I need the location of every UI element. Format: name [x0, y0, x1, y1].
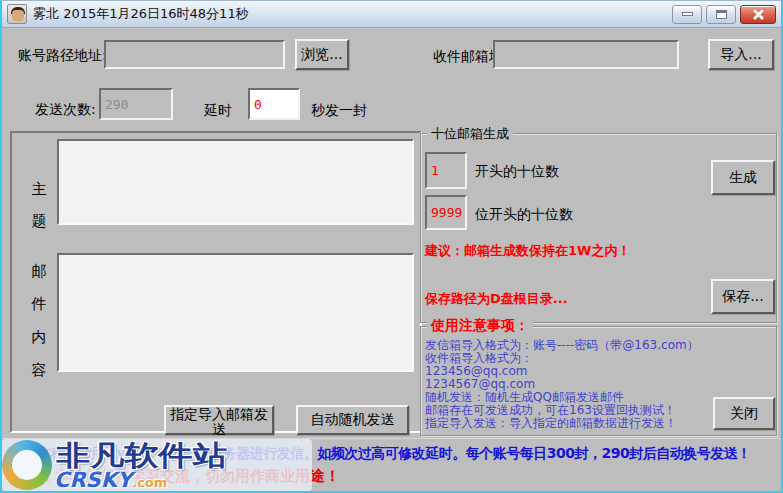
- import-button[interactable]: 导入...: [708, 39, 774, 70]
- start-digits-label: 开头的十位数: [475, 163, 559, 181]
- titlebar[interactable]: 雾北 2015年1月26日16时48分11秒: [2, 1, 781, 28]
- watermark-domain: CRSKY.com: [54, 468, 167, 492]
- footer-notice-band: 注：本程序使用www.163.com服务器进行发信。如频次过高可修改延时。每个账…: [2, 438, 781, 490]
- minimize-button[interactable]: [672, 5, 702, 24]
- end-digits-label: 位开头的十位数: [475, 206, 573, 224]
- send-count-input[interactable]: [99, 88, 173, 120]
- generator-groupbox: 十位邮箱生成 开头的十位数 生成 位开头的十位数 建议：邮箱生成数保持在1W之内…: [420, 133, 777, 323]
- crsky-watermark: 非凡软件站 CRSKY.com: [2, 439, 312, 491]
- delay-input[interactable]: [248, 88, 300, 120]
- account-path-input[interactable]: [104, 40, 285, 69]
- minimize-icon: [682, 12, 693, 16]
- maximize-button[interactable]: [706, 5, 736, 24]
- subject-textarea[interactable]: [57, 139, 414, 225]
- delay-suffix-label: 秒发一封: [311, 102, 367, 120]
- close-icon: [752, 8, 765, 21]
- start-digits-input[interactable]: [425, 152, 467, 189]
- usage-notes-group-title: 使用注意事项：: [427, 317, 533, 335]
- subject-label: 主题: [30, 173, 48, 237]
- watermark-domain-name: CRSKY: [54, 468, 132, 492]
- generation-limit-hint: 建议：邮箱生成数保持在1W之内！: [425, 242, 630, 260]
- send-imported-button[interactable]: 指定导入邮箱发送: [164, 405, 274, 435]
- window-title: 雾北 2015年1月26日16时48分11秒: [33, 5, 249, 23]
- account-path-label: 账号路径地址:: [18, 47, 107, 65]
- close-button[interactable]: 关闭: [713, 397, 775, 430]
- window-controls: [672, 5, 776, 24]
- body-label: 邮件内容: [30, 255, 48, 387]
- save-button[interactable]: 保存...: [711, 279, 775, 314]
- maximize-icon: [716, 10, 727, 19]
- send-random-button[interactable]: 自动随机发送: [296, 405, 409, 435]
- browse-button[interactable]: 浏览...: [295, 39, 349, 70]
- body-textarea[interactable]: [57, 253, 414, 372]
- save-path-hint: 保存路径为D盘根目录...: [425, 290, 568, 308]
- usage-notes-groupbox: 使用注意事项： 发信箱导入格式为：账号----密码（带@163.com） 收件箱…: [420, 326, 777, 436]
- end-digits-input[interactable]: [425, 195, 467, 230]
- app-icon: [7, 4, 27, 24]
- recipient-address-input[interactable]: [493, 40, 679, 69]
- generator-group-title: 十位邮箱生成: [427, 125, 513, 143]
- send-count-label: 发送次数:: [35, 101, 96, 119]
- usage-note-line: 指定导入发送：导入指定的邮箱数据进行发送！: [425, 417, 699, 430]
- generate-button[interactable]: 生成: [711, 160, 775, 195]
- crsky-swirl-logo-icon: [2, 440, 52, 490]
- app-window: 雾北 2015年1月26日16时48分11秒 账号路径地址: 浏览... 收件邮…: [0, 0, 783, 493]
- close-window-button[interactable]: [740, 5, 776, 24]
- compose-panel: 主题 邮件内容 指定导入邮箱发送 自动随机发送: [10, 131, 422, 433]
- usage-notes-list: 发信箱导入格式为：账号----密码（带@163.com） 收件箱导入格式为： 1…: [425, 339, 699, 430]
- delay-label: 延时: [204, 102, 232, 120]
- watermark-domain-tld: .com: [132, 475, 167, 490]
